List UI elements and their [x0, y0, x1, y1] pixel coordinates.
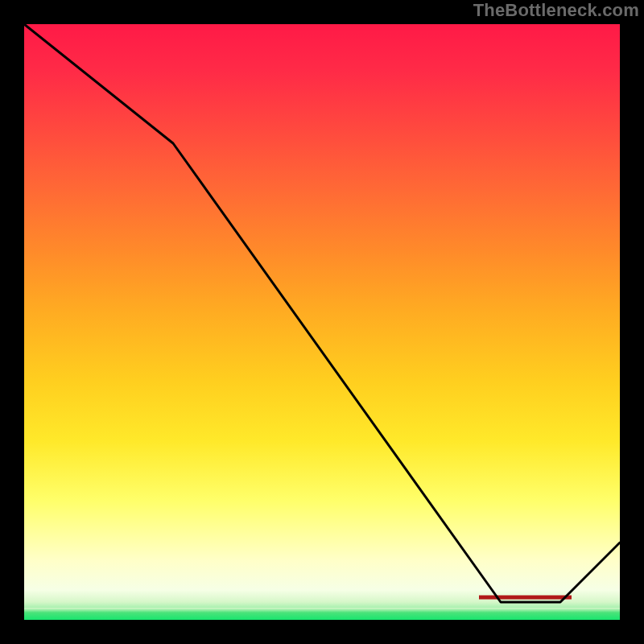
watermark-label: TheBottleneck.com: [473, 0, 639, 21]
chart-frame: TheBottleneck.com: [0, 0, 644, 644]
plot-area: [24, 24, 620, 620]
bottleneck-curve: [24, 24, 620, 620]
